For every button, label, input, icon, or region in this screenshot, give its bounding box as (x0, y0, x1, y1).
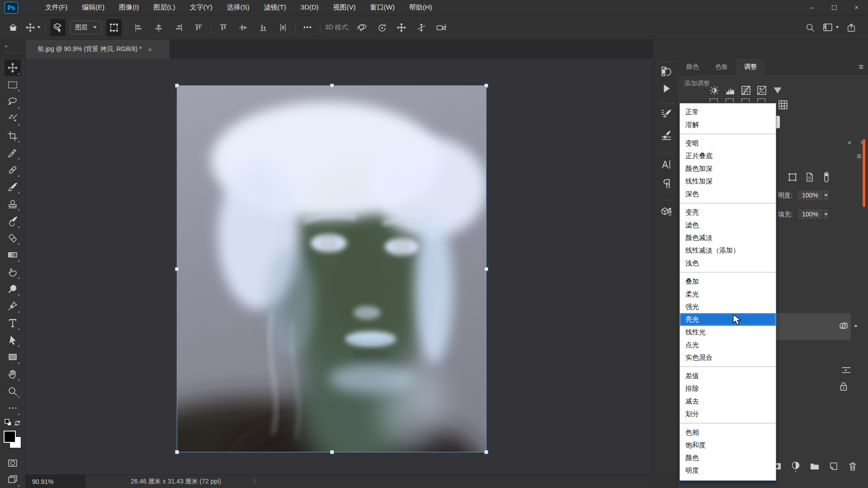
clip-layers-icon[interactable] (840, 364, 852, 375)
auto-select-scope-dropdown[interactable]: 图层 (70, 21, 102, 34)
healing-brush-tool[interactable] (5, 162, 21, 178)
threed-camera-button[interactable] (434, 19, 449, 36)
blend-mode-option[interactable]: 颜色加深 (680, 162, 776, 175)
blend-mode-option[interactable]: 变暗 (680, 137, 776, 150)
swap-colors-icon[interactable] (15, 421, 19, 426)
menu-item-0[interactable]: 文件(F) (38, 0, 75, 15)
zoom-tool[interactable] (5, 383, 21, 399)
move-tool[interactable] (5, 60, 21, 76)
smudge-tool[interactable] (5, 264, 21, 280)
color-balance-button-clipped[interactable] (726, 99, 734, 103)
filter-toggle-icon[interactable] (821, 171, 832, 183)
blend-mode-option[interactable]: 点光 (680, 338, 776, 351)
align-bottom-button[interactable] (255, 19, 271, 36)
color-lookup-button[interactable] (777, 99, 789, 111)
vibrance-button[interactable] (771, 84, 784, 97)
default-colors-icon[interactable] (5, 419, 11, 426)
delete-layer-trash-icon[interactable] (847, 461, 858, 472)
menu-item-7[interactable]: 3D(D) (293, 0, 326, 15)
collapse-row-icon[interactable] (854, 324, 858, 327)
panel-menu-icon[interactable]: ≡ (857, 152, 862, 161)
blend-mode-option[interactable]: 颜色减淡 (680, 231, 776, 244)
minimize-button[interactable]: – (800, 0, 823, 15)
threed-orbit-button[interactable] (354, 19, 369, 36)
opacity-dropdown[interactable] (823, 190, 829, 201)
edit-toolbar-button[interactable] (5, 400, 21, 416)
curves-button[interactable] (740, 84, 752, 97)
foreground-color-swatch[interactable] (4, 431, 16, 443)
scrollbar-highlight[interactable] (863, 139, 865, 207)
brightness-contrast-button[interactable] (708, 84, 721, 97)
search-icon[interactable] (805, 23, 815, 33)
new-layer-icon[interactable] (828, 461, 839, 472)
document-tab[interactable]: 前.jpg @ 90.9% (背景 拷贝, RGB/8) * × (26, 40, 170, 59)
tab-adjustments[interactable]: 调整 (736, 59, 765, 75)
hue-saturation-button-clipped[interactable] (710, 99, 718, 103)
blend-mode-option[interactable]: 滤色 (680, 219, 776, 231)
menu-item-8[interactable]: 视图(V) (326, 0, 363, 15)
paragraph-panel-button[interactable] (660, 177, 673, 190)
blend-mode-option[interactable]: 线性加深 (680, 175, 776, 188)
blend-mode-option[interactable]: 减去 (680, 395, 776, 408)
shape-tool[interactable] (5, 349, 21, 365)
blend-mode-option[interactable]: 变亮 (680, 206, 776, 219)
document-canvas-inverted-portrait[interactable] (177, 86, 486, 452)
blend-mode-option[interactable]: 深色 (680, 188, 776, 200)
distribute-vertical-button[interactable] (275, 19, 291, 36)
eraser-tool[interactable] (5, 230, 21, 246)
blend-mode-option[interactable]: 正片叠底 (680, 150, 776, 162)
menu-item-10[interactable]: 帮助(H) (402, 0, 439, 15)
history-brush-tool[interactable] (5, 213, 21, 229)
history-panel-button[interactable] (660, 65, 673, 78)
blend-mode-option[interactable]: 差值 (680, 370, 776, 382)
threed-panel-button[interactable] (660, 205, 673, 218)
menu-item-4[interactable]: 文字(Y) (183, 0, 220, 15)
screen-mode-button[interactable] (5, 472, 21, 488)
blend-mode-option[interactable]: 排除 (680, 382, 776, 395)
brush-tool[interactable] (5, 179, 21, 195)
move-tool-preset[interactable] (25, 19, 41, 36)
align-top-button[interactable] (216, 19, 231, 36)
adjustment-layer-icon[interactable] (790, 460, 801, 472)
restore-button[interactable] (823, 0, 845, 15)
menu-item-6[interactable]: 滤镜(T) (257, 0, 293, 15)
auto-select-toggle[interactable] (50, 19, 66, 36)
blend-mode-option[interactable]: 线性减淡（添加） (680, 244, 776, 257)
blend-mode-option[interactable]: 强光 (680, 300, 776, 313)
crop-tool[interactable] (5, 128, 21, 144)
align-middle-button[interactable] (236, 19, 251, 36)
align-top-edges-button[interactable] (191, 19, 206, 36)
close-tab-icon[interactable]: × (148, 46, 152, 53)
home-button[interactable] (5, 19, 21, 36)
brush-settings-panel-button[interactable] (660, 108, 673, 120)
quick-mask-button[interactable] (5, 455, 21, 471)
threed-roll-button[interactable] (374, 19, 389, 36)
menu-item-2[interactable]: 图像(I) (112, 0, 146, 15)
dodge-tool[interactable] (5, 281, 21, 297)
new-group-folder-icon[interactable] (809, 461, 820, 472)
brushes-panel-button[interactable] (660, 129, 673, 142)
blend-mode-option[interactable]: 溶解 (680, 118, 776, 131)
align-right-button[interactable] (171, 19, 186, 36)
levels-button[interactable] (724, 84, 736, 97)
collapse-panel-icon[interactable]: « (848, 138, 851, 146)
tab-color[interactable]: 颜色 (678, 59, 707, 75)
tab-swatches[interactable]: 色板 (707, 59, 736, 75)
blend-mode-option[interactable]: 颜色 (680, 451, 776, 464)
type-tool[interactable] (5, 315, 21, 331)
panel-scrollbar-thumb[interactable] (776, 116, 780, 128)
path-select-tool[interactable] (5, 332, 21, 348)
filter-transform-icon[interactable] (787, 172, 798, 183)
photo-filter-button-clipped[interactable] (757, 99, 765, 103)
eyedropper-tool[interactable] (5, 145, 21, 161)
black-white-button-clipped[interactable] (741, 99, 750, 103)
blend-circles-icon[interactable] (838, 320, 849, 332)
blend-mode-option[interactable]: 亮光 (680, 313, 776, 326)
blend-mode-option[interactable]: 色相 (680, 426, 776, 439)
gradient-tool[interactable] (5, 247, 21, 263)
threed-slide-button[interactable] (414, 19, 429, 36)
menu-item-9[interactable]: 窗口(W) (363, 0, 402, 15)
blend-mode-option[interactable]: 正常 (680, 106, 776, 118)
workspace-switcher[interactable] (822, 22, 839, 33)
marquee-tool[interactable] (5, 77, 21, 93)
